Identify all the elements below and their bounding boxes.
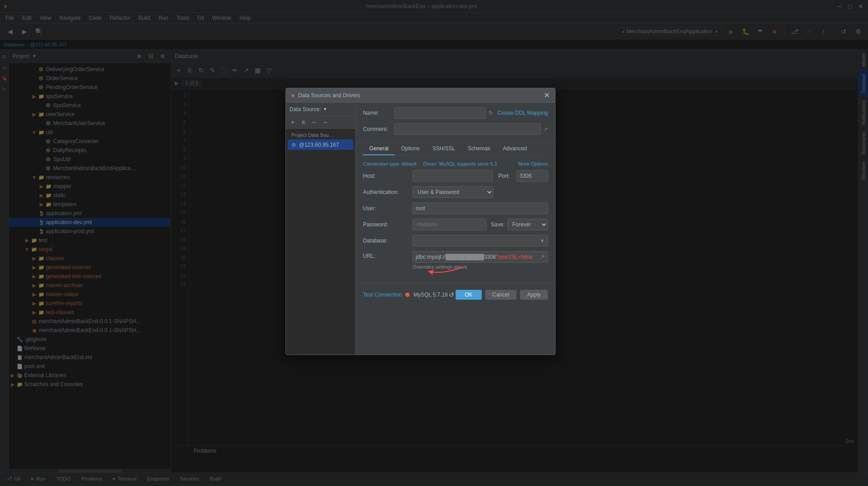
url-input[interactable]: jdbc:mysql:// ██████████ 3306 ?useSSL=fa… bbox=[412, 251, 548, 263]
database-row: Database: ▼ bbox=[363, 235, 548, 247]
url-expand-icon[interactable]: ↗ bbox=[540, 254, 545, 260]
url-host: ██████████ bbox=[446, 254, 484, 260]
more-options-link[interactable]: More Options bbox=[518, 161, 548, 166]
ds-item-label: @123.60.95.167 bbox=[299, 142, 339, 148]
arrow-svg bbox=[421, 265, 475, 279]
ds-add-btn[interactable]: + bbox=[288, 117, 298, 127]
host-label: Host: bbox=[363, 173, 412, 179]
test-connection-btn[interactable]: Test Connection bbox=[363, 292, 402, 298]
url-label: URL: bbox=[363, 251, 412, 259]
comment-input[interactable] bbox=[394, 123, 541, 135]
test-status-text: MySQL 5.7.16 bbox=[413, 292, 448, 298]
host-row: Host: Port: bbox=[363, 170, 548, 182]
dialog-left-panel: Data Source: ▼ + ⎘ ← → Project Data Sou…… bbox=[286, 103, 356, 355]
tab-schemas[interactable]: Schemas bbox=[461, 143, 497, 155]
test-conn-right: ↺ bbox=[449, 291, 454, 298]
url-port: 3306 bbox=[484, 254, 496, 260]
user-row: User: bbox=[363, 202, 548, 214]
url-prefix: jdbc:mysql:// bbox=[416, 254, 446, 260]
ds-toolbar: + ⎘ ← → bbox=[286, 116, 355, 129]
port-label: Port: bbox=[498, 173, 516, 179]
user-label: User: bbox=[363, 205, 412, 212]
save-label: Save: bbox=[491, 221, 505, 228]
password-label: Password: bbox=[363, 221, 412, 228]
name-label: Name: bbox=[363, 110, 394, 116]
cancel-button[interactable]: Cancel bbox=[485, 290, 516, 300]
connection-type-label: Connection type: bbox=[363, 161, 402, 166]
auth-label: Authentication: bbox=[363, 189, 412, 195]
dialog-layout: Data Source: ▼ + ⎘ ← → Project Data Sou…… bbox=[286, 103, 555, 355]
test-error-indicator bbox=[405, 292, 410, 297]
apply-button[interactable]: Apply bbox=[520, 290, 548, 300]
ds-copy-btn[interactable]: ⎘ bbox=[298, 117, 308, 127]
url-params: ?useSSL=false bbox=[496, 254, 533, 260]
dialog-bottom: Test Connection MySQL 5.7.16 ↺ OK Cancel… bbox=[356, 283, 555, 306]
comment-expand-icon[interactable]: ↗ bbox=[543, 126, 548, 132]
create-ddl-link[interactable]: Create DDL Mapping bbox=[497, 110, 548, 116]
driver-label: Driver: bbox=[423, 161, 439, 166]
dialog-title-bar: ♦ Data Sources and Drivers ✕ bbox=[286, 88, 555, 103]
database-dropdown[interactable]: ▼ bbox=[540, 238, 545, 243]
dialog-title: Data Sources and Drivers bbox=[298, 92, 360, 99]
refresh-icon[interactable]: ↻ bbox=[488, 110, 493, 116]
password-row: Password: Save: Forever bbox=[363, 219, 548, 230]
port-input[interactable] bbox=[516, 170, 548, 182]
comment-label: Comment: bbox=[363, 126, 394, 132]
auth-row: Authentication: User & Password bbox=[363, 186, 548, 198]
save-select[interactable]: Forever bbox=[507, 219, 548, 230]
tab-options[interactable]: Options bbox=[395, 143, 426, 155]
connection-type-row: Connection type: default Driver: MySQL s… bbox=[363, 161, 548, 166]
connection-type-value[interactable]: default bbox=[402, 161, 416, 166]
database-label: Database: bbox=[363, 238, 412, 244]
dialog-actions: OK Cancel Apply bbox=[456, 290, 548, 300]
password-input[interactable] bbox=[412, 219, 486, 230]
name-input[interactable] bbox=[394, 107, 485, 119]
ds-dropdown-btn[interactable]: ▼ bbox=[323, 107, 327, 112]
tab-general[interactable]: General bbox=[363, 143, 395, 155]
dialog-left-header: Data Source: ▼ bbox=[286, 103, 355, 116]
auth-select[interactable]: User & Password bbox=[412, 186, 493, 198]
ds-back-btn[interactable]: ← bbox=[309, 117, 319, 127]
dialog-left-body: Project Data Sou… ⊕ @123.60.95.167 bbox=[286, 129, 355, 355]
reload-btn[interactable]: ↺ bbox=[449, 291, 454, 298]
data-source-label: Data Source: bbox=[289, 106, 321, 112]
arrow-annotation bbox=[363, 270, 548, 283]
driver-value[interactable]: MySQL supports since 5.2 bbox=[439, 161, 497, 166]
user-input[interactable] bbox=[412, 202, 548, 214]
data-sources-dialog: ♦ Data Sources and Drivers ✕ Data Source… bbox=[285, 88, 556, 355]
ds-item-selected[interactable]: ⊕ @123.60.95.167 bbox=[288, 140, 353, 150]
dialog-logo: ♦ bbox=[291, 92, 294, 99]
dialog-close-button[interactable]: ✕ bbox=[544, 91, 550, 99]
dialog-tabs: General Options SSH/SSL Schemas Advanced bbox=[363, 143, 548, 156]
dialog-name-section: Name: ↻ Create DDL Mapping Comment: ↗ bbox=[356, 103, 555, 143]
project-ds-label: Project Data Sou… bbox=[288, 130, 353, 140]
database-input-wrap[interactable]: ▼ bbox=[412, 235, 548, 247]
tab-ssh-ssl[interactable]: SSH/SSL bbox=[426, 143, 461, 155]
dialog-overlay[interactable]: ♦ Data Sources and Drivers ✕ Data Source… bbox=[0, 0, 868, 486]
name-row: Name: ↻ Create DDL Mapping bbox=[363, 107, 548, 119]
test-conn-section: Test Connection MySQL 5.7.16 bbox=[363, 292, 448, 298]
dialog-tabs-section: General Options SSH/SSL Schemas Advanced… bbox=[356, 143, 555, 283]
ds-forward-btn[interactable]: → bbox=[320, 117, 330, 127]
comment-row: Comment: ↗ bbox=[363, 123, 548, 135]
ds-item-icon: ⊕ bbox=[291, 141, 296, 148]
host-input[interactable] bbox=[412, 170, 493, 182]
tab-advanced[interactable]: Advanced bbox=[497, 143, 533, 155]
ok-button[interactable]: OK bbox=[456, 290, 481, 300]
dialog-right: Name: ↻ Create DDL Mapping Comment: ↗ Ge… bbox=[356, 103, 555, 355]
